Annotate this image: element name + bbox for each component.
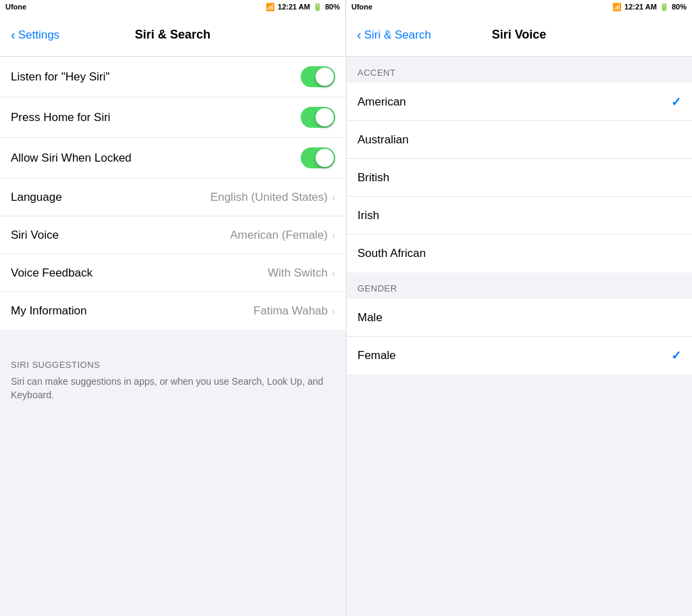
left-nav-title: Siri & Search	[134, 28, 210, 42]
press-home-siri-toggle[interactable]	[301, 107, 335, 128]
right-wifi-icon: 📶	[612, 3, 622, 11]
accent-british-label: British	[357, 171, 389, 185]
main-content: Listen for "Hey Siri" Press Home for Sir…	[0, 57, 692, 616]
my-information-value: Fatima Wahab ›	[253, 304, 335, 318]
accent-australian-label: Australian	[357, 133, 409, 147]
accent-irish-label: Irish	[357, 209, 379, 222]
my-information-label: My Information	[11, 304, 86, 318]
right-back-label: Siri & Search	[364, 28, 431, 42]
gender-female-label: Female	[357, 349, 396, 362]
toggle-thumb-2	[316, 108, 334, 126]
siri-voice-row[interactable]: Siri Voice American (Female) ›	[0, 216, 346, 254]
siri-voice-label: Siri Voice	[11, 229, 59, 242]
left-battery-icon: 🔋	[313, 3, 322, 11]
nav-bar: ‹ Settings Siri & Search ‹ Siri & Search…	[0, 14, 692, 57]
accent-american-label: American	[357, 95, 406, 109]
accent-british-row[interactable]: British	[347, 159, 692, 197]
accent-australian-row[interactable]: Australian	[347, 121, 692, 159]
listen-hey-siri-label: Listen for "Hey Siri"	[11, 70, 109, 84]
gender-male-row[interactable]: Male	[347, 299, 692, 337]
voice-feedback-row[interactable]: Voice Feedback With Switch ›	[0, 254, 346, 292]
siri-voice-chevron-icon: ›	[332, 229, 335, 241]
listen-hey-siri-row[interactable]: Listen for "Hey Siri"	[0, 57, 346, 97]
voice-feedback-current: With Switch	[268, 266, 328, 280]
accent-american-checkmark: ✓	[671, 95, 681, 110]
gender-section-header: GENDER	[347, 273, 692, 299]
toggle-thumb-3	[316, 149, 334, 167]
toggle-thumb	[316, 68, 334, 86]
left-back-chevron-icon: ‹	[11, 27, 16, 43]
my-information-chevron-icon: ›	[332, 306, 335, 317]
allow-siri-locked-toggle[interactable]	[301, 147, 335, 168]
right-panel: ACCENT American ✓ Australian British Iri…	[346, 57, 692, 616]
left-back-label: Settings	[18, 28, 59, 42]
language-label: Language	[11, 191, 62, 204]
right-back-chevron-icon: ‹	[357, 27, 362, 43]
right-battery-pct: 80%	[672, 3, 687, 11]
my-information-current: Fatima Wahab	[253, 304, 328, 318]
listen-hey-siri-toggle[interactable]	[301, 66, 335, 87]
right-time: 12:21 AM	[624, 3, 657, 11]
settings-group: Listen for "Hey Siri" Press Home for Sir…	[0, 57, 346, 330]
left-battery-pct: 80%	[325, 3, 340, 11]
accent-south-african-label: South African	[357, 247, 426, 260]
voice-feedback-label: Voice Feedback	[11, 266, 93, 280]
my-information-row[interactable]: My Information Fatima Wahab ›	[0, 292, 346, 330]
voice-feedback-value: With Switch ›	[268, 266, 335, 280]
siri-voice-value: American (Female) ›	[230, 229, 335, 242]
siri-suggestions-text: Siri can make suggestions in apps, or wh…	[11, 375, 335, 402]
accent-list: American ✓ Australian British Irish Sout…	[347, 83, 692, 273]
gender-list: Male Female ✓	[347, 299, 692, 375]
voice-feedback-chevron-icon: ›	[332, 267, 335, 279]
language-current: English (United States)	[210, 191, 328, 204]
accent-irish-row[interactable]: Irish	[347, 197, 692, 235]
allow-siri-locked-row[interactable]: Allow Siri When Locked	[0, 138, 346, 179]
status-bar: Ufone 📶 12:21 AM 🔋 80% Ufone 📶 12:21 AM …	[0, 0, 692, 14]
right-carrier: Ufone	[351, 3, 372, 11]
language-value: English (United States) ›	[210, 191, 335, 204]
siri-suggestions-section: SIRI SUGGESTIONS Siri can make suggestio…	[0, 354, 346, 412]
gender-female-checkmark: ✓	[671, 348, 681, 363]
right-back-button[interactable]: ‹ Siri & Search	[357, 27, 431, 43]
gender-female-row[interactable]: Female ✓	[347, 337, 692, 375]
left-nav: ‹ Settings Siri & Search	[0, 14, 346, 56]
right-status-icons: 📶 12:21 AM 🔋 80%	[612, 3, 687, 11]
left-panel: Listen for "Hey Siri" Press Home for Sir…	[0, 57, 346, 616]
right-battery-icon: 🔋	[660, 3, 669, 11]
right-status-bar: Ufone 📶 12:21 AM 🔋 80%	[346, 0, 692, 14]
language-row[interactable]: Language English (United States) ›	[0, 179, 346, 216]
left-back-button[interactable]: ‹ Settings	[11, 27, 59, 43]
right-nav: ‹ Siri & Search Siri Voice	[346, 14, 692, 56]
accent-american-row[interactable]: American ✓	[347, 83, 692, 121]
left-wifi-icon: 📶	[266, 3, 275, 11]
accent-south-african-row[interactable]: South African	[347, 235, 692, 273]
left-status-bar: Ufone 📶 12:21 AM 🔋 80%	[0, 0, 346, 14]
accent-section-header: ACCENT	[347, 57, 692, 83]
siri-voice-current: American (Female)	[230, 229, 328, 242]
right-nav-title: Siri Voice	[492, 28, 547, 42]
press-home-siri-label: Press Home for Siri	[11, 111, 110, 124]
press-home-siri-row[interactable]: Press Home for Siri	[0, 97, 346, 138]
left-time: 12:21 AM	[278, 3, 310, 11]
language-chevron-icon: ›	[332, 191, 335, 203]
allow-siri-locked-label: Allow Siri When Locked	[11, 151, 132, 165]
gender-male-label: Male	[357, 311, 382, 325]
left-carrier: Ufone	[5, 3, 26, 11]
siri-suggestions-header: SIRI SUGGESTIONS	[11, 360, 335, 370]
left-status-icons: 📶 12:21 AM 🔋 80%	[266, 3, 340, 11]
